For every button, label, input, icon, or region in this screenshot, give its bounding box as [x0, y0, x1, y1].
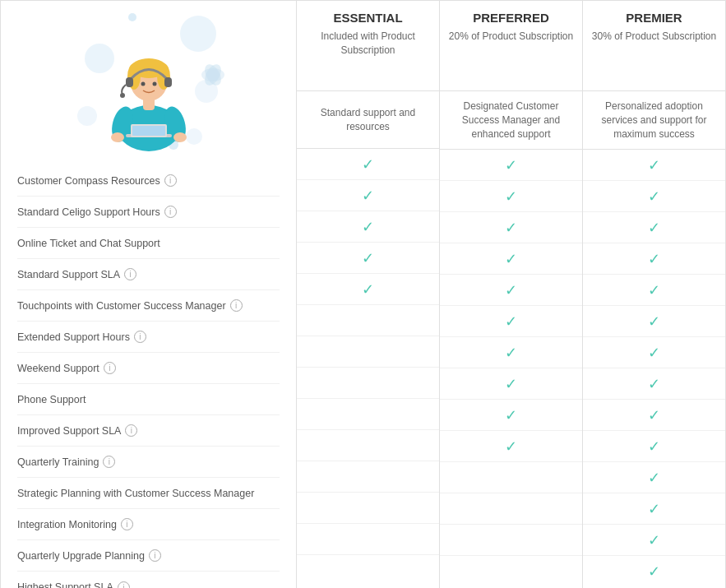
plan-cell-premier-11: ✓: [583, 493, 725, 525]
plan-name-preferred: PREFERRED: [473, 11, 549, 25]
feature-label: Standard Support SLA: [17, 269, 120, 280]
plan-description-preferred: Designated Customer Success Manager and …: [440, 91, 582, 150]
plan-col-essential: ESSENTIALIncluded with Product Subscript…: [297, 1, 440, 588]
feature-item: Highest Support SLAi: [17, 572, 280, 588]
plan-col-preferred: PREFERRED20% of Product SubscriptionDesi…: [440, 1, 583, 588]
plan-subtitle-preferred: 20% of Product Subscription: [449, 30, 573, 44]
plan-cells-essential: ✓✓✓✓✓: [297, 149, 439, 588]
plan-cell-preferred-5: ✓: [440, 306, 582, 337]
svg-rect-18: [164, 77, 172, 87]
feature-label: Online Ticket and Chat Support: [17, 238, 160, 249]
feature-label: Strategic Planning with Customer Success…: [17, 488, 254, 499]
feature-panel: celigo: [1, 1, 297, 588]
plan-name-premier: PREMIER: [626, 11, 682, 25]
check-icon: ✓: [648, 220, 660, 235]
plan-cell-essential-12: [297, 524, 439, 555]
svg-point-1: [85, 44, 114, 73]
feature-item: Standard Celigo Support Hoursi: [17, 197, 280, 228]
info-icon[interactable]: i: [134, 331, 146, 343]
check-icon: ✓: [648, 408, 660, 423]
svg-point-24: [111, 132, 124, 142]
feature-label: Standard Celigo Support Hours: [17, 206, 160, 218]
info-icon[interactable]: i: [124, 268, 136, 280]
feature-item: Touchpoints with Customer Success Manage…: [17, 290, 280, 322]
plan-cell-premier-0: ✓: [583, 150, 725, 181]
plan-cell-preferred-3: ✓: [440, 243, 582, 275]
check-icon: ✓: [362, 157, 374, 172]
plan-cell-premier-2: ✓: [583, 212, 725, 243]
plan-cell-preferred-10: [440, 462, 582, 493]
info-icon[interactable]: i: [103, 456, 115, 468]
check-icon: ✓: [362, 251, 374, 266]
info-icon[interactable]: i: [121, 518, 133, 530]
check-icon: ✓: [505, 345, 517, 360]
info-icon[interactable]: i: [149, 549, 161, 562]
plan-header-preferred: PREFERRED20% of Product Subscription: [440, 1, 582, 91]
plan-cell-premier-4: ✓: [583, 275, 725, 306]
check-icon: ✓: [505, 408, 517, 423]
feature-list: Customer Compass ResourcesiStandard Celi…: [17, 165, 280, 588]
check-icon: ✓: [648, 470, 660, 485]
plan-cell-essential-10: [297, 461, 439, 493]
check-icon: ✓: [648, 564, 660, 579]
plan-header-premier: PREMIER30% of Product Subscription: [583, 1, 725, 91]
svg-point-3: [77, 106, 97, 126]
svg-point-5: [128, 13, 136, 21]
plan-name-essential: ESSENTIAL: [333, 11, 402, 25]
plan-header-essential: ESSENTIALIncluded with Product Subscript…: [297, 1, 439, 91]
plan-cells-premier: ✓✓✓✓✓✓✓✓✓✓✓✓✓✓: [583, 150, 725, 588]
check-icon: ✓: [648, 533, 660, 548]
pricing-table: celigo: [0, 0, 726, 588]
plan-cell-preferred-9: ✓: [440, 431, 582, 462]
plan-cell-preferred-4: ✓: [440, 275, 582, 306]
info-icon[interactable]: i: [230, 299, 243, 312]
plan-cell-premier-10: ✓: [583, 462, 725, 493]
check-icon: ✓: [505, 158, 517, 173]
info-icon[interactable]: i: [164, 174, 177, 187]
plan-cell-preferred-0: ✓: [440, 150, 582, 181]
plan-cell-essential-11: [297, 493, 439, 524]
check-icon: ✓: [648, 345, 660, 360]
svg-point-21: [152, 82, 156, 86]
plan-cell-premier-6: ✓: [583, 337, 725, 368]
plan-subtitle-essential: Included with Product Subscription: [305, 30, 431, 58]
plan-cell-preferred-1: ✓: [440, 181, 582, 212]
svg-point-9: [201, 68, 224, 81]
plan-cell-essential-9: [297, 430, 439, 461]
feature-label: Weekend Support: [17, 363, 99, 374]
check-icon: ✓: [505, 283, 517, 298]
feature-item: Quarterly Trainingi: [17, 447, 280, 478]
check-icon: ✓: [648, 158, 660, 173]
info-icon[interactable]: i: [104, 362, 116, 374]
plan-cell-premier-5: ✓: [583, 306, 725, 337]
plan-cell-essential-5: [297, 305, 439, 336]
feature-label: Touchpoints with Customer Success Manage…: [17, 300, 226, 312]
svg-point-0: [180, 16, 216, 52]
plan-description-premier: Personalized adoption services and suppo…: [583, 91, 725, 150]
feature-label: Quarterly Upgrade Planning: [17, 550, 145, 562]
plan-cell-premier-9: ✓: [583, 431, 725, 462]
check-icon: ✓: [362, 220, 374, 234]
feature-item: Online Ticket and Chat Support: [17, 228, 280, 259]
feature-label: Phone Support: [17, 394, 86, 405]
info-icon[interactable]: i: [125, 424, 137, 437]
check-icon: ✓: [648, 502, 660, 516]
plan-cell-premier-13: ✓: [583, 556, 725, 587]
plan-cell-premier-8: ✓: [583, 400, 725, 431]
plan-cell-preferred-13: [440, 556, 582, 587]
check-icon: ✓: [648, 377, 660, 391]
plans-panel: ESSENTIALIncluded with Product Subscript…: [297, 1, 725, 588]
feature-item: Phone Support: [17, 384, 280, 415]
plan-cell-essential-8: [297, 399, 439, 430]
info-icon[interactable]: i: [118, 581, 130, 589]
plan-cell-preferred-7: ✓: [440, 368, 582, 400]
info-icon[interactable]: i: [164, 206, 177, 218]
check-icon: ✓: [648, 189, 660, 204]
plan-subtitle-premier: 30% of Product Subscription: [592, 30, 716, 44]
feature-label: Customer Compass Resources: [17, 175, 160, 187]
plan-cell-preferred-2: ✓: [440, 212, 582, 243]
check-icon: ✓: [505, 252, 517, 266]
plan-cell-premier-12: ✓: [583, 525, 725, 556]
feature-item: Quarterly Upgrade Planningi: [17, 540, 280, 572]
check-icon: ✓: [648, 314, 660, 329]
